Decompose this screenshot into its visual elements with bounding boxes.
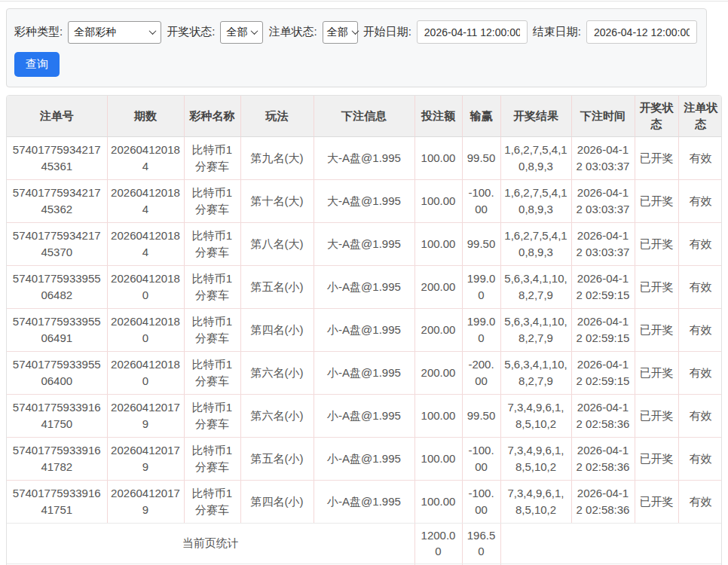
- chevron-down-icon: [149, 27, 157, 35]
- cell-draw-result: 1,6,2,7,5,4,10,8,9,3: [500, 179, 571, 222]
- col-header-order-id: 注单号: [7, 96, 107, 136]
- cell-order-status: 有效: [678, 222, 722, 265]
- table-row: 5740177593391641751202604120179比特币1分赛车第四…: [7, 480, 722, 523]
- cell-order-status: 有效: [678, 351, 722, 394]
- cell-win-loss: -100.00: [462, 179, 500, 222]
- cell-draw-status: 已开奖: [635, 179, 678, 222]
- cell-win-loss: 99.50: [462, 222, 500, 265]
- cell-play-type: 第十名(大): [240, 179, 314, 222]
- cell-play-type: 第六名(小): [240, 351, 314, 394]
- query-button[interactable]: 查询: [14, 52, 60, 77]
- summary-empty-cell: [500, 523, 722, 564]
- cell-order-id: 5740177593391641750: [7, 394, 107, 437]
- cell-bet-amount: 100.00: [414, 179, 462, 222]
- cell-order-status: 有效: [678, 437, 722, 480]
- col-header-order-status: 注单状态: [678, 96, 722, 136]
- cell-lottery-name: 比特币1分赛车: [184, 265, 240, 308]
- cell-bet-amount: 100.00: [414, 437, 462, 480]
- filter-row: 彩种类型: 全部彩种 开奖状态: 全部 注单状态: 全部 开始日期: 结束日期:: [14, 20, 697, 44]
- cell-order-status: 有效: [678, 394, 722, 437]
- cell-bet-amount: 100.00: [414, 394, 462, 437]
- summary-win-loss: 196.50: [462, 523, 500, 564]
- cell-draw-status: 已开奖: [635, 136, 678, 179]
- cell-draw-status: 已开奖: [635, 222, 678, 265]
- cell-draw-result: 7,3,4,9,6,1,8,5,10,2: [500, 480, 571, 523]
- bets-table-wrap: 注单号 期数 彩种名称 玩法 下注信息 投注额 输赢 开奖结果 下注时间 开奖状…: [6, 95, 722, 565]
- cell-draw-result: 1,6,2,7,5,4,10,8,9,3: [500, 136, 571, 179]
- cell-play-type: 第五名(小): [240, 265, 314, 308]
- col-header-lottery-name: 彩种名称: [184, 96, 240, 136]
- cell-period: 202604120180: [107, 308, 184, 351]
- cell-order-id: 5740177593421745370: [7, 222, 107, 265]
- table-row: 5740177593391641750202604120179比特币1分赛车第六…: [7, 394, 722, 437]
- cell-order-id: 5740177593395506491: [7, 308, 107, 351]
- cell-bet-time: 2026-04-12 02:58:36: [571, 394, 635, 437]
- chevron-down-icon: [351, 27, 359, 35]
- col-header-bet-info: 下注信息: [314, 96, 414, 136]
- cell-order-status: 有效: [678, 136, 722, 179]
- col-header-period: 期数: [107, 96, 184, 136]
- lottery-type-value: 全部彩种: [74, 26, 116, 39]
- cell-draw-status: 已开奖: [635, 265, 678, 308]
- cell-win-loss: 199.00: [462, 308, 500, 351]
- cell-order-id: 5740177593391641782: [7, 437, 107, 480]
- cell-period: 202604120179: [107, 480, 184, 523]
- cell-bet-amount: 200.00: [414, 351, 462, 394]
- cell-order-status: 有效: [678, 308, 722, 351]
- lottery-type-select[interactable]: 全部彩种: [68, 21, 161, 44]
- cell-order-status: 有效: [678, 480, 722, 523]
- cell-draw-result: 5,6,3,4,1,10,8,2,7,9: [500, 351, 571, 394]
- draw-status-select[interactable]: 全部: [220, 21, 263, 44]
- order-status-select[interactable]: 全部: [323, 21, 358, 44]
- cell-order-id: 5740177593395506482: [7, 265, 107, 308]
- end-date-input[interactable]: [586, 20, 697, 44]
- cell-lottery-name: 比特币1分赛车: [184, 222, 240, 265]
- cell-win-loss: 99.50: [462, 394, 500, 437]
- summary-bet-amount: 1200.00: [414, 523, 462, 564]
- cell-bet-info: 小-A盘@1.995: [314, 351, 414, 394]
- table-row: 5740177593421745370202604120184比特币1分赛车第八…: [7, 222, 722, 265]
- header-row: 注单号 期数 彩种名称 玩法 下注信息 投注额 输赢 开奖结果 下注时间 开奖状…: [7, 96, 722, 136]
- cell-bet-time: 2026-04-12 03:03:37: [571, 136, 635, 179]
- table-row: 5740177593421745361202604120184比特币1分赛车第九…: [7, 136, 722, 179]
- cell-lottery-name: 比特币1分赛车: [184, 179, 240, 222]
- cell-period: 202604120184: [107, 136, 184, 179]
- cell-period: 202604120184: [107, 179, 184, 222]
- lottery-type-label: 彩种类型:: [14, 25, 63, 39]
- cell-bet-info: 小-A盘@1.995: [314, 437, 414, 480]
- cell-bet-time: 2026-04-12 02:58:36: [571, 437, 635, 480]
- cell-draw-result: 5,6,3,4,1,10,8,2,7,9: [500, 308, 571, 351]
- start-date-input[interactable]: [417, 20, 528, 44]
- cell-bet-info: 小-A盘@1.995: [314, 394, 414, 437]
- col-header-bet-amount: 投注额: [414, 96, 462, 136]
- cell-order-status: 有效: [678, 179, 722, 222]
- col-header-bet-time: 下注时间: [571, 96, 635, 136]
- cell-lottery-name: 比特币1分赛车: [184, 351, 240, 394]
- cell-bet-time: 2026-04-12 02:58:36: [571, 480, 635, 523]
- draw-status-label: 开奖状态:: [167, 25, 215, 39]
- cell-lottery-name: 比特币1分赛车: [184, 437, 240, 480]
- col-header-win-loss: 输赢: [462, 96, 500, 136]
- table-row: 5740177593395506491202604120180比特币1分赛车第四…: [7, 308, 722, 351]
- cell-draw-result: 7,3,4,9,6,1,8,5,10,2: [500, 394, 571, 437]
- table-row: 5740177593395506482202604120180比特币1分赛车第五…: [7, 265, 722, 308]
- chevron-down-icon: [251, 27, 258, 35]
- cell-win-loss: -100.00: [462, 437, 500, 480]
- cell-play-type: 第九名(大): [240, 136, 314, 179]
- cell-bet-amount: 200.00: [414, 308, 462, 351]
- cell-play-type: 第四名(小): [240, 480, 314, 523]
- end-date-label: 结束日期:: [533, 25, 581, 39]
- cell-bet-amount: 100.00: [414, 480, 462, 523]
- cell-order-id: 5740177593391641751: [7, 480, 107, 523]
- cell-period: 202604120179: [107, 437, 184, 480]
- cell-bet-info: 大-A盘@1.995: [314, 179, 414, 222]
- cell-order-id: 5740177593395506400: [7, 351, 107, 394]
- cell-play-type: 第八名(大): [240, 222, 314, 265]
- cell-win-loss: 199.00: [462, 265, 500, 308]
- cell-period: 202604120179: [107, 394, 184, 437]
- cell-play-type: 第六名(小): [240, 394, 314, 437]
- button-row: 查询: [14, 52, 697, 77]
- cell-bet-info: 小-A盘@1.995: [314, 308, 414, 351]
- cell-bet-time: 2026-04-12 03:03:37: [571, 222, 635, 265]
- col-header-draw-status: 开奖状态: [635, 96, 678, 136]
